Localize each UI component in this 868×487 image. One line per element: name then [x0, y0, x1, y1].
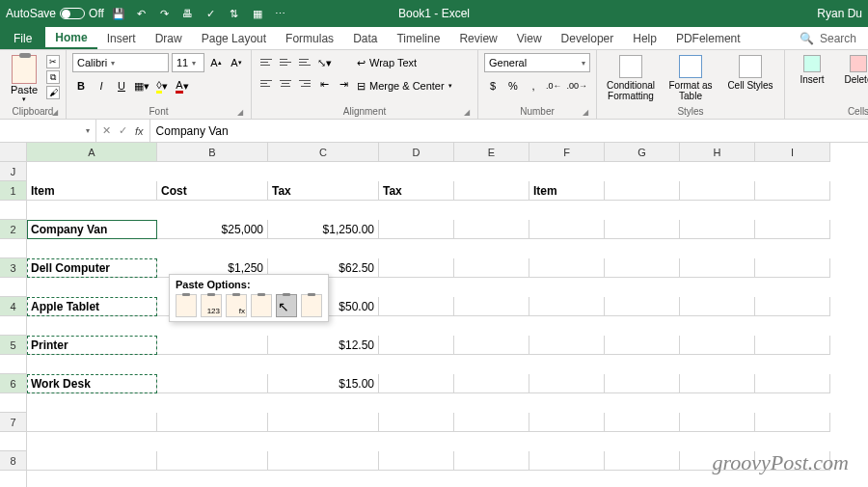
number-format-combo[interactable]: General▾ — [484, 53, 590, 72]
col-header-C[interactable]: C — [268, 143, 379, 162]
cell-J6[interactable] — [0, 393, 27, 413]
tab-pdfelement[interactable]: PDFelement — [666, 27, 750, 49]
font-size-combo[interactable]: 11▾ — [172, 53, 204, 72]
cell-F1[interactable]: Item — [529, 181, 605, 201]
cut-icon[interactable]: ✂ — [46, 55, 60, 68]
align-left-icon[interactable] — [258, 74, 275, 92]
italic-button[interactable]: I — [93, 76, 110, 95]
cell-G8[interactable] — [605, 451, 680, 471]
underline-button[interactable]: U — [113, 76, 130, 95]
cell-G6[interactable] — [605, 374, 680, 393]
border-icon[interactable]: ▦▾ — [133, 76, 150, 95]
cell-F5[interactable] — [529, 336, 605, 355]
col-header-H[interactable]: H — [680, 143, 755, 162]
sort-icon[interactable]: ⇅ — [228, 7, 241, 20]
cell-I4[interactable] — [755, 297, 830, 316]
col-header-F[interactable]: F — [529, 143, 605, 162]
fx-icon[interactable]: fx — [135, 125, 144, 137]
currency-icon[interactable]: $ — [484, 76, 502, 95]
cell-C1[interactable]: Tax — [268, 181, 379, 201]
cell-B2[interactable]: $25,000 — [157, 220, 268, 239]
row-header-4[interactable]: 4 — [0, 297, 27, 316]
format-painter-icon[interactable]: 🖌 — [46, 86, 60, 99]
dialog-launcher-icon[interactable]: ◢ — [583, 108, 588, 117]
enter-icon[interactable]: ✓ — [119, 124, 127, 137]
cell-G4[interactable] — [605, 297, 680, 316]
cell-J4[interactable] — [0, 316, 27, 336]
decrease-indent-icon[interactable]: ⇤ — [315, 74, 333, 94]
cell-E2[interactable] — [454, 220, 529, 239]
cell-F2[interactable] — [529, 220, 605, 239]
col-header-G[interactable]: G — [605, 143, 680, 162]
delete-cells-button[interactable]: Delete — [837, 53, 868, 85]
copy-icon[interactable]: ⧉ — [46, 70, 60, 84]
cell-E8[interactable] — [454, 451, 529, 471]
increase-decimal-icon[interactable]: .0← — [545, 76, 563, 95]
cell-D6[interactable] — [379, 374, 454, 393]
bold-button[interactable]: B — [72, 76, 90, 95]
undo-icon[interactable]: ↶ — [135, 7, 149, 20]
search-box[interactable]: 🔍 Search — [788, 27, 868, 49]
cell-D7[interactable] — [379, 413, 454, 432]
decrease-font-icon[interactable]: A▾ — [228, 53, 245, 72]
cell-C5[interactable]: $12.50 — [268, 336, 379, 355]
print-icon[interactable]: 🖶 — [181, 7, 195, 20]
tab-view[interactable]: View — [507, 27, 552, 49]
paste-option-formulas[interactable]: fx — [226, 294, 247, 317]
orientation-icon[interactable]: ⤡▾ — [315, 53, 333, 72]
cell-H6[interactable] — [680, 374, 755, 393]
cell-I5[interactable] — [755, 336, 830, 355]
row-header-8[interactable]: 8 — [0, 451, 27, 471]
cell-D1[interactable]: Tax — [379, 181, 454, 201]
cell-styles-button[interactable]: Cell Styles — [722, 53, 778, 91]
cell-G2[interactable] — [605, 220, 680, 239]
format-as-table-button[interactable]: Format as Table — [663, 53, 719, 101]
cell-J2[interactable] — [0, 239, 27, 258]
increase-indent-icon[interactable]: ⇥ — [335, 74, 352, 94]
tab-developer[interactable]: Developer — [552, 27, 624, 49]
cell-H7[interactable] — [680, 413, 755, 432]
cell-F6[interactable] — [529, 374, 605, 393]
cell-I2[interactable] — [755, 220, 830, 239]
cell-E1[interactable] — [454, 181, 529, 201]
col-header-I[interactable]: I — [755, 143, 830, 162]
cell-I7[interactable] — [755, 413, 830, 432]
cell-H3[interactable] — [680, 258, 755, 278]
percent-icon[interactable]: % — [504, 76, 522, 95]
cell-B8[interactable] — [157, 451, 268, 471]
dialog-launcher-icon[interactable]: ◢ — [52, 108, 58, 117]
row-header-3[interactable]: 3 — [0, 258, 27, 278]
paste-option-transpose[interactable] — [251, 294, 272, 317]
tab-help[interactable]: Help — [623, 27, 666, 49]
wrap-text-button[interactable]: ↩Wrap Text — [356, 53, 452, 72]
fill-color-icon[interactable]: ◊▾ — [153, 76, 171, 95]
paste-option-values[interactable]: 123 — [201, 294, 222, 317]
row-header-6[interactable]: 6 — [0, 374, 27, 393]
autosave-toggle[interactable]: AutoSave Off — [6, 7, 104, 20]
row-header-5[interactable]: 5 — [0, 336, 27, 355]
cell-C8[interactable] — [268, 451, 379, 471]
tab-data[interactable]: Data — [343, 27, 387, 49]
tab-insert[interactable]: Insert — [97, 27, 146, 49]
align-center-icon[interactable] — [277, 74, 294, 92]
merge-center-button[interactable]: ⊟Merge & Center▾ — [356, 76, 472, 95]
cell-G1[interactable] — [605, 181, 680, 201]
spellcheck-icon[interactable]: ✓ — [204, 7, 218, 20]
more-icon[interactable]: ⋯ — [274, 7, 287, 20]
cell-A8[interactable] — [27, 451, 157, 471]
cell-I1[interactable] — [755, 181, 830, 201]
font-color-icon[interactable]: A▾ — [174, 76, 191, 95]
conditional-formatting-button[interactable]: Conditional Formatting — [603, 53, 659, 101]
cell-G3[interactable] — [605, 258, 680, 278]
cell-D2[interactable] — [379, 220, 454, 239]
align-top-icon[interactable] — [258, 53, 275, 70]
dialog-launcher-icon[interactable]: ◢ — [464, 108, 470, 117]
tab-timeline[interactable]: Timeline — [387, 27, 449, 49]
tab-draw[interactable]: Draw — [146, 27, 192, 49]
cell-A6[interactable]: Work Desk — [27, 374, 157, 393]
insert-cells-button[interactable]: Insert — [791, 53, 833, 85]
cell-F7[interactable] — [529, 413, 605, 432]
cell-D5[interactable] — [379, 336, 454, 355]
cell-J1[interactable] — [0, 201, 27, 220]
cell-C2[interactable]: $1,250.00 — [268, 220, 379, 239]
